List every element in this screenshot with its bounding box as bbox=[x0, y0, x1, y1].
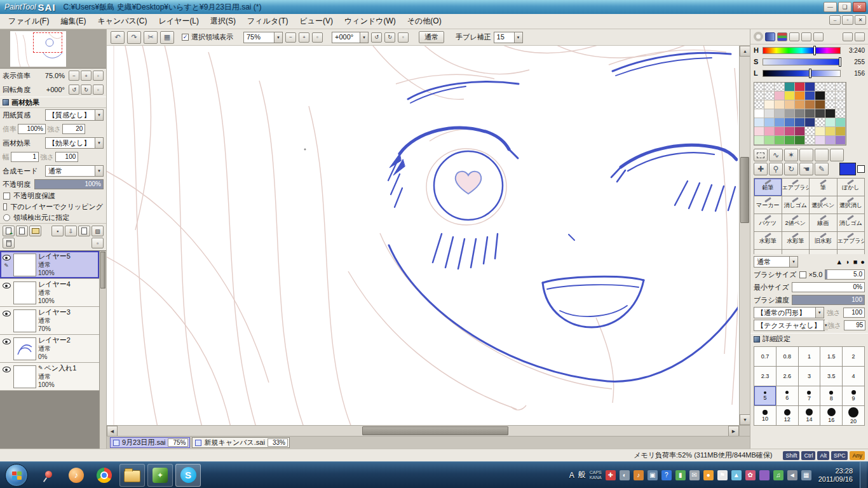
color-swatch[interactable] bbox=[815, 100, 825, 109]
color-swatch[interactable] bbox=[825, 118, 836, 127]
blend-mode-select[interactable]: 通常▼ bbox=[45, 165, 104, 177]
color-swatch[interactable] bbox=[805, 136, 815, 145]
layer-visibility-eye-icon[interactable] bbox=[3, 339, 11, 344]
color-swatch[interactable] bbox=[836, 83, 846, 92]
show-desktop-button[interactable] bbox=[860, 462, 867, 488]
brush-shape-select[interactable]: 【通常の円形】▼ bbox=[754, 307, 824, 318]
brush-shape-halfcircle-icon[interactable]: ◗ bbox=[846, 258, 850, 266]
tray-icon[interactable]: ♫ bbox=[773, 470, 783, 480]
brush-tool-cell[interactable]: ぼかし bbox=[837, 179, 865, 196]
color-swatch[interactable] bbox=[836, 92, 846, 100]
color-swatch[interactable] bbox=[775, 118, 785, 127]
brush-size-preset[interactable]: 5 bbox=[754, 386, 776, 406]
color-swatch[interactable] bbox=[785, 92, 795, 100]
brush-size-preset[interactable]: 3.5 bbox=[820, 367, 843, 386]
tray-icon[interactable]: ▲ bbox=[731, 470, 742, 480]
zoom-reset-button[interactable]: ▫ bbox=[312, 32, 323, 43]
magic-wand-tool-icon[interactable]: ✶ bbox=[784, 149, 798, 161]
color-swatch[interactable] bbox=[754, 136, 764, 145]
color-swatch[interactable] bbox=[815, 136, 825, 145]
hsv-slider-panel-icon[interactable] bbox=[765, 32, 775, 41]
canvas-zoom-select[interactable]: 75%▼ bbox=[243, 32, 283, 43]
layer-misc-button[interactable]: ▫ bbox=[92, 238, 104, 248]
brush-size-preset[interactable]: 1.5 bbox=[820, 347, 843, 367]
color-swatch[interactable] bbox=[825, 136, 836, 145]
brush-size-preset[interactable]: 0.7 bbox=[754, 347, 776, 367]
menu-item[interactable]: キャンバス(C) bbox=[92, 13, 153, 29]
brush-tool-cell[interactable]: 消しゴム bbox=[837, 214, 865, 232]
color-swatch[interactable] bbox=[825, 109, 836, 118]
tray-icon[interactable]: ▣ bbox=[648, 470, 658, 480]
zoom-in-button[interactable]: + bbox=[299, 32, 309, 43]
brush-tool-cell[interactable]: マーカー bbox=[754, 196, 782, 214]
brush-size-preset[interactable]: 1 bbox=[799, 347, 821, 367]
color-swatch[interactable] bbox=[795, 136, 805, 145]
scroll-left-icon[interactable]: ◀ bbox=[107, 426, 118, 436]
taskbar-media-player-app[interactable]: ♪ bbox=[64, 464, 89, 487]
color-swatch[interactable] bbox=[764, 136, 775, 145]
color-swatch[interactable] bbox=[785, 118, 795, 127]
start-button[interactable] bbox=[5, 464, 28, 487]
brush-tool-cell[interactable]: 2値ペン bbox=[782, 214, 810, 232]
horizontal-scroll-thumb[interactable] bbox=[362, 426, 508, 435]
new-linework-layer-button[interactable] bbox=[16, 226, 28, 236]
layer-thumbnail[interactable] bbox=[13, 254, 36, 276]
panel-extra-icon[interactable] bbox=[843, 32, 853, 41]
checkbox-icon[interactable] bbox=[3, 193, 10, 200]
color-swatch[interactable] bbox=[775, 136, 785, 145]
zoom-in-button[interactable]: + bbox=[81, 71, 92, 81]
mdi-minimize-button[interactable]: – bbox=[829, 15, 841, 25]
tray-icon[interactable]: ⚑ bbox=[717, 470, 728, 480]
color-swatch[interactable] bbox=[785, 83, 795, 92]
horizontal-scrollbar[interactable]: ◀ ▶ bbox=[107, 425, 739, 436]
tray-icon[interactable]: ♪ bbox=[634, 470, 644, 480]
color-swatch[interactable] bbox=[805, 83, 815, 92]
color-swatch[interactable] bbox=[836, 100, 846, 109]
color-swatch[interactable] bbox=[815, 118, 825, 127]
color-swatch[interactable] bbox=[795, 109, 805, 118]
brush-shape-circle-icon[interactable]: ● bbox=[860, 258, 865, 266]
hue-slider[interactable] bbox=[763, 47, 841, 54]
document-tab[interactable]: 新規キャンバス.sai 33% bbox=[192, 437, 289, 448]
menu-item[interactable]: ウィンドウ(W) bbox=[339, 13, 402, 29]
color-swatch[interactable] bbox=[775, 83, 785, 92]
view-normal-button[interactable]: 通常 bbox=[419, 31, 444, 43]
brush-size-preset[interactable]: 8 bbox=[820, 386, 843, 406]
color-swatch[interactable] bbox=[836, 127, 846, 136]
taskbar-explorer-app[interactable] bbox=[119, 464, 145, 487]
brush-tool-cell[interactable]: 筆 bbox=[810, 179, 837, 196]
layer-row[interactable]: ✎ ✎レイヤー3 通常 70% bbox=[0, 307, 99, 335]
color-swatch[interactable] bbox=[836, 136, 846, 145]
canvas-effect-select[interactable]: 【効果なし】▼ bbox=[45, 137, 104, 149]
ime-mode-han[interactable]: 般 bbox=[578, 470, 586, 480]
secondary-color-swatch[interactable] bbox=[857, 165, 865, 173]
color-swatch[interactable] bbox=[775, 100, 785, 109]
color-swatch[interactable] bbox=[764, 127, 775, 136]
color-swatch[interactable] bbox=[785, 127, 795, 136]
layer-thumbnail[interactable] bbox=[13, 337, 36, 360]
brush-tool-cell[interactable]: バケツ bbox=[754, 214, 782, 232]
scratchpad-panel-icon[interactable] bbox=[801, 32, 811, 41]
saturation-slider[interactable] bbox=[763, 58, 841, 65]
brush-size-preset[interactable]: 6 bbox=[776, 386, 799, 406]
brush-size-preset[interactable]: 3 bbox=[799, 367, 821, 386]
zoom-reset-button[interactable]: ▫ bbox=[93, 71, 104, 81]
swatches-panel-icon[interactable] bbox=[789, 32, 799, 41]
color-swatch[interactable] bbox=[805, 109, 815, 118]
tool-slot-empty[interactable] bbox=[815, 149, 829, 161]
tray-icon[interactable] bbox=[759, 470, 770, 480]
tray-icon[interactable]: ✉ bbox=[689, 470, 700, 480]
brush-density-slider[interactable]: 100 bbox=[792, 295, 865, 305]
luminance-slider[interactable] bbox=[763, 70, 841, 77]
color-swatch[interactable] bbox=[815, 92, 825, 100]
rotate-cw-button[interactable]: ↻ bbox=[81, 85, 92, 95]
brush-size-preset[interactable]: 2.3 bbox=[754, 367, 776, 386]
taskbar-green-app[interactable]: ✦ bbox=[147, 464, 173, 487]
layer-row[interactable]: ✎ ✎レイヤー5 通常 100% bbox=[0, 251, 99, 279]
lasso-tool-icon[interactable]: ∿ bbox=[769, 149, 783, 161]
brush-size-preset[interactable]: 9 bbox=[843, 386, 865, 406]
color-swatch[interactable] bbox=[754, 100, 764, 109]
checkbox-icon[interactable] bbox=[3, 214, 10, 221]
ime-mode-a[interactable]: A bbox=[569, 471, 574, 480]
brush-size-preset[interactable]: 16 bbox=[820, 406, 843, 426]
